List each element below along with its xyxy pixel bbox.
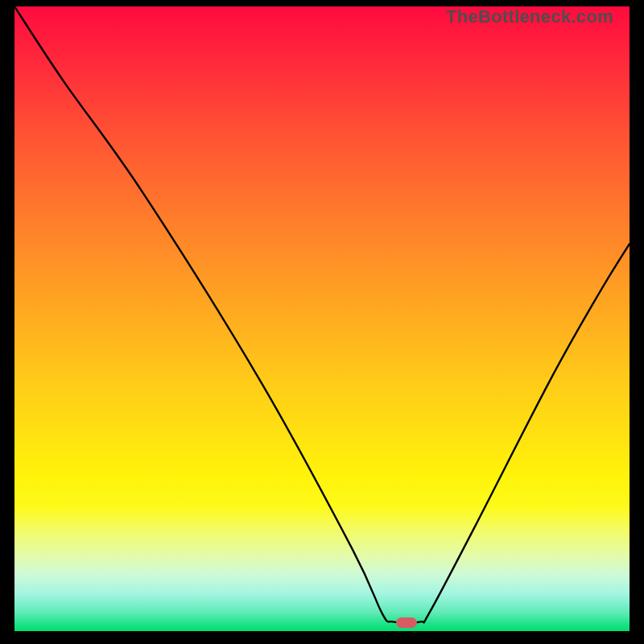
plot-area: TheBottleneck.com (14, 6, 630, 631)
curve-path (14, 6, 630, 623)
chart-container: TheBottleneck.com (0, 0, 644, 644)
watermark-text: TheBottleneck.com (446, 6, 613, 27)
optimal-marker (396, 617, 417, 628)
bottleneck-curve (14, 6, 630, 631)
